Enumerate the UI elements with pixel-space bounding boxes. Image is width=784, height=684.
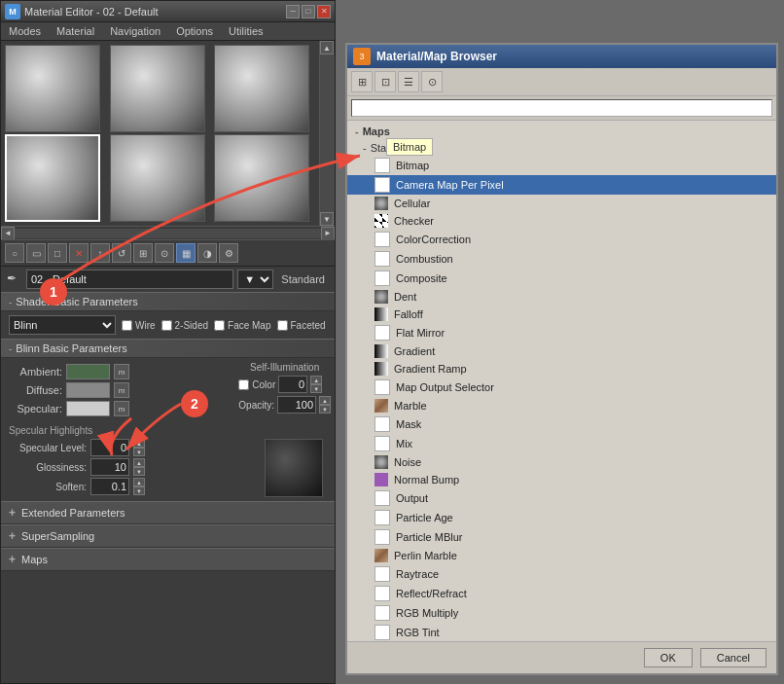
map-item-gradient[interactable]: Gradient [347,342,776,360]
browser-tb-3[interactable]: ☰ [398,71,419,92]
scroll-down-arrow[interactable]: ▼ [320,212,334,226]
extended-params-toggle[interactable]: + [9,506,16,520]
wire-checkbox[interactable] [122,320,132,331]
map-item-checker[interactable]: Checker [347,212,776,230]
ok-button[interactable]: OK [644,648,693,667]
cancel-button[interactable]: Cancel [700,648,766,667]
show-bg-btn[interactable]: ▦ [176,243,196,263]
color-checkbox[interactable] [238,379,249,390]
eyedropper-icon[interactable]: ✒ [7,271,22,287]
spec-level-up[interactable]: ▲ [133,439,145,448]
map-item-marble[interactable]: Marble [347,397,776,414]
sphere-cell-4[interactable] [5,134,100,222]
assign-btn[interactable]: ↑ [90,243,110,263]
sphere-cell-1[interactable] [5,45,100,132]
maps-bar[interactable]: + Maps [1,548,335,571]
browser-search-input[interactable] [351,99,772,117]
soften-input[interactable] [90,478,129,495]
menu-options[interactable]: Options [172,24,217,38]
menu-utilities[interactable]: Utilities [225,24,267,38]
map-item-bitmap[interactable]: Bitmap [347,156,776,175]
map-item-dent[interactable]: Dent [347,288,776,306]
collapse-shader-icon[interactable]: - [9,297,12,307]
spec-level-input[interactable] [90,439,129,456]
two-sided-checkbox[interactable] [161,320,172,331]
soften-up[interactable]: ▲ [133,478,145,486]
scroll-right-arrow[interactable]: ► [321,227,335,240]
opacity-spin-up[interactable]: ▲ [319,396,331,405]
diffuse-swatch[interactable] [66,382,110,398]
ambient-swatch[interactable] [66,364,110,379]
menu-navigation[interactable]: Navigation [106,24,164,38]
box-preview-btn[interactable]: □ [48,243,67,263]
map-item-combustion[interactable]: Combustion [347,249,776,269]
supersampling-bar[interactable]: + SuperSampling [1,524,335,548]
map-item-reflect-refract[interactable]: Reflect/Refract [347,584,776,603]
faceted-checkbox[interactable] [277,320,288,331]
cylinder-preview-btn[interactable]: ▭ [26,243,46,263]
material-type-select[interactable]: ▼ [237,270,273,289]
delete-btn[interactable]: ✕ [69,243,89,263]
color-spin-up[interactable]: ▲ [310,376,322,384]
map-item-particle-age[interactable]: Particle Age [347,508,776,527]
map-item-cellular[interactable]: Cellular [347,195,776,212]
map-item-rgb-tint[interactable]: RGB Tint [347,623,776,641]
material-name-input[interactable] [26,270,233,289]
map-item-colorcorrection[interactable]: ColorCorrection [347,230,776,249]
specular-swatch[interactable] [66,401,110,416]
map-item-noise[interactable]: Noise [347,453,776,471]
backlight-btn[interactable]: ◑ [197,243,217,263]
specular-map-btn[interactable]: m [114,401,129,416]
map-item-mix[interactable]: Mix [347,434,776,453]
map-item-camera-map[interactable]: Camera Map Per Pixel [347,175,776,195]
maximize-button[interactable]: □ [302,5,315,18]
close-button[interactable]: ✕ [317,5,331,18]
copy-btn[interactable]: ⊞ [133,243,153,263]
color-spin-down[interactable]: ▼ [310,384,322,393]
glossiness-down[interactable]: ▼ [133,467,145,476]
minimize-button[interactable]: ─ [286,5,300,18]
browser-tb-4[interactable]: ⊙ [421,71,443,92]
spec-level-down[interactable]: ▼ [133,448,145,456]
map-item-mask[interactable]: Mask [347,414,776,434]
extended-params-bar[interactable]: + Extended Parameters [1,501,335,524]
diffuse-map-btn[interactable]: m [114,382,129,398]
map-item-particle-mblur[interactable]: Particle MBlur [347,527,776,547]
map-item-composite[interactable]: Composite [347,269,776,288]
options-btn[interactable]: ⚙ [219,243,238,263]
menu-modes[interactable]: Modes [5,24,45,38]
shader-type-select[interactable]: Blinn [9,315,116,335]
sphere-cell-2[interactable] [110,45,205,132]
face-map-checkbox[interactable] [214,320,225,331]
show-map-btn[interactable]: ⊙ [155,243,174,263]
map-item-rgb-multiply[interactable]: RGB Multiply [347,603,776,623]
sphere-cell-6[interactable] [214,134,309,222]
soften-down[interactable]: ▼ [133,486,145,495]
maps-toggle[interactable]: + [9,553,16,566]
map-item-normal-bump[interactable]: Normal Bump [347,471,776,488]
sphere-cell-3[interactable] [214,45,309,132]
reset-btn[interactable]: ↺ [112,243,131,263]
menu-material[interactable]: Material [53,24,98,38]
map-item-gradient-ramp[interactable]: Gradient Ramp [347,360,776,378]
collapse-blinn-icon[interactable]: - [9,343,12,354]
browser-tb-1[interactable]: ⊞ [351,71,373,92]
map-item-map-output-selector[interactable]: Map Output Selector [347,378,776,397]
opacity-spin-down[interactable]: ▼ [319,405,331,414]
map-item-falloff[interactable]: Falloff [347,306,776,323]
map-item-perlin-marble[interactable]: Perlin Marble [347,547,776,564]
sphere-cell-5[interactable] [110,134,205,222]
color-value-input[interactable] [278,376,307,393]
ambient-map-btn[interactable]: m [114,364,129,379]
map-item-flat-mirror[interactable]: Flat Mirror [347,323,776,342]
sphere-preview-btn[interactable]: ○ [5,243,24,263]
browser-tb-2[interactable]: ⊡ [374,71,396,92]
opacity-value-input[interactable] [277,396,316,414]
map-item-output[interactable]: Output [347,488,776,508]
glossiness-up[interactable]: ▲ [133,458,145,467]
supersampling-toggle[interactable]: + [9,529,16,543]
glossiness-input[interactable] [90,458,129,476]
scroll-left-arrow[interactable]: ◄ [1,227,15,240]
scroll-up-arrow[interactable]: ▲ [320,41,334,54]
map-item-raytrace[interactable]: Raytrace [347,564,776,584]
